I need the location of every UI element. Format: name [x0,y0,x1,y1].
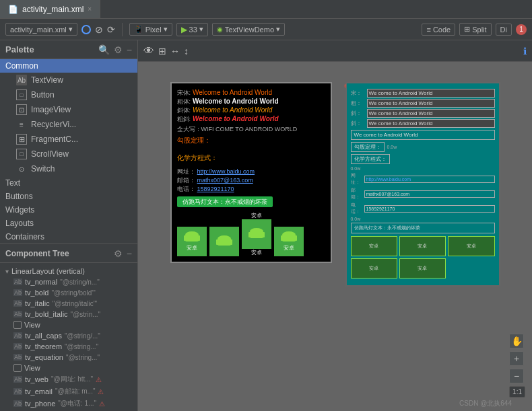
teal-gougu-label: 勾股定理： [351,142,385,152]
palette-item-fragmentcontainer[interactable]: ⊞ FragmentC... [0,132,137,147]
api-dropdown[interactable]: ▶ 33 ▾ [176,23,208,36]
api-chevron-icon: ▾ [199,25,203,34]
svg-rect-3 [198,235,200,241]
palette-category-widgets-label: Widgets [5,205,34,215]
api-label: 33 [189,26,197,34]
tree-item-tv-bold-italic[interactable]: Ab tv_bold_italic "@strin..." [0,309,137,320]
imageview-icon: ⊡ [16,104,27,115]
teal-android-label-3: 安卓 [467,243,476,250]
tab-activity-main[interactable]: 📄 activity_main.xml × [0,0,100,18]
button-icon: □ [16,89,27,100]
palette-item-button[interactable]: □ Button [0,87,137,102]
palette-items-common: Ab TextView □ Button ⊡ ImageView ≡ Recyc… [0,73,137,176]
tv-bold-italic-ref: "@strin..." [71,311,100,318]
palette-settings-icon[interactable]: ⚙ [114,44,123,55]
file-dropdown[interactable]: activity_main.xml ▾ [5,23,77,36]
tv-phone-ab-icon: Ab [13,400,22,407]
palette-category-text[interactable]: Text [0,176,137,190]
zoom-ratio-label: 1:1 [509,386,525,398]
palette-category-common[interactable]: Common [0,59,137,73]
preview-marquee-btn: 仿跑马灯文本：永不戒烟的坏茶 [177,196,273,207]
tree-item-tv-all-caps[interactable]: Ab tv_all_caps "@string/..." [0,330,137,341]
tv-web-error-icon: ⚠ [96,376,102,383]
palette-item-switch[interactable]: ⊙ Switch [0,161,137,176]
teal-android-4: 安卓 [351,258,397,278]
tree-items: ▾ LinearLayout (vertical) Ab tv_normal "… [0,263,137,411]
tv-email-error-icon: ⚠ [98,388,104,396]
device-dropdown[interactable]: 📱 Pixel ▾ [129,23,172,36]
tv-phone-ref: "@电话: 1..." [58,399,96,408]
svg-rect-10 [248,232,251,237]
tree-item-tv-equation[interactable]: Ab tv_equation "@string..." [0,352,137,363]
label-email: 邮箱： [177,176,195,185]
csdn-watermark: CSDN @北执644 [459,399,512,408]
tree-item-view1[interactable]: View [0,320,137,330]
teal-android-label-1: 安卓 [369,243,378,250]
preview-row-normal: 宋体: Welcome to Android World [177,89,325,98]
horizontal-icon[interactable]: ↔ [170,46,180,57]
tv-bold-label: tv_bold [25,289,48,297]
tree-settings-icon[interactable]: ⚙ [114,248,123,259]
palette-category-buttons[interactable]: Buttons [0,190,137,203]
app-dropdown[interactable]: ◉ TextViewDemo ▾ [212,23,285,36]
palette-item-scrollview[interactable]: □ ScrollView [0,147,137,161]
canvas-content: 📍 📍 宋体: Welcome to Android World 粗体: Wel… [138,62,532,411]
teal-content: 宋： We come to Android World 粗： We come t… [347,83,499,285]
teal-android-label-5: 安卓 [418,265,427,272]
tree-title: Component Tree [5,249,110,258]
component-tree: Component Tree ⚙ − ▾ LinearLayout (verti… [0,244,137,411]
palette-item-recyclerview[interactable]: ≡ RecyclerVi... [0,117,137,132]
tree-item-tv-email[interactable]: Ab tv_email "@邮箱: m..." ⚠ [0,385,137,398]
teal-input-field[interactable]: We come to Android World [351,130,495,140]
layout-icon[interactable]: ⊞ [158,46,166,57]
palette-item-button-label: Button [31,90,55,100]
svg-rect-13 [282,235,296,241]
file-chevron-icon: ▾ [69,25,73,34]
teal-phone-label: 电话： [351,202,363,215]
android-label-3-bottom: 安卓 [251,249,262,256]
tree-item-view2[interactable]: View [0,363,137,373]
zoom-in-btn[interactable]: + [509,351,524,366]
tree-item-tv-web[interactable]: Ab tv_web "@网址: htt..." ⚠ [0,373,137,385]
preview-gougu: 勾股定理： [177,136,325,145]
split-btn[interactable]: ⊞ Split [459,23,491,36]
tree-collapse-icon[interactable]: − [127,248,132,259]
tab-close-btn[interactable]: × [88,5,92,13]
tv-normal-ref: "@string/n..." [60,278,99,286]
vertical-icon[interactable]: ↕ [184,46,189,57]
eye-icon[interactable]: 👁 [143,45,154,57]
palette-collapse-icon[interactable]: − [127,44,132,55]
teal-row-3: 斜： We come to Android World [351,109,495,118]
di-btn[interactable]: Di [496,24,512,36]
palette-search-icon[interactable]: 🔍 [98,44,110,55]
code-btn[interactable]: ≡ Code [422,24,455,36]
refresh-icon[interactable]: ⟳ [107,24,115,35]
error-badge[interactable]: 1 [516,24,527,35]
tv-italic-ref: "@string/italic'" [53,300,97,307]
hand-tool-btn[interactable]: ✋ [509,334,524,348]
palette-item-imageview[interactable]: ⊡ ImageView [0,102,137,117]
teal-chemistry-label: 化学方程式： [351,154,390,164]
palette-category-widgets[interactable]: Widgets [0,203,137,217]
palette-item-textview[interactable]: Ab TextView [0,73,137,87]
android-icon-2 [209,227,239,256]
tree-item-linearlayout[interactable]: ▾ LinearLayout (vertical) [0,266,137,276]
palette-category-containers[interactable]: Containers [0,230,137,244]
palette-category-layouts[interactable]: Layouts [0,217,137,230]
tree-item-tv-normal[interactable]: Ab tv_normal "@string/n..." [0,276,137,287]
tab-label: activity_main.xml [22,5,84,14]
tree-item-tv-theorem[interactable]: Ab tv_theorem "@string..." [0,341,137,352]
design-icon[interactable] [81,25,91,34]
zoom-out-btn[interactable]: − [509,369,524,383]
preview-row-bold: 粗体: Welcome to Android World [177,98,325,106]
code-lines-icon: ≡ [426,26,430,34]
tree-item-tv-bold[interactable]: Ab tv_bold "@string/bold'" [0,287,137,298]
label-web: 网址： [177,167,195,176]
tree-item-tv-italic[interactable]: Ab tv_italic "@string/italic'" [0,298,137,309]
no-design-icon[interactable]: ⊘ [95,24,103,35]
android-label-4: 安卓 [284,244,294,252]
palette-category-buttons-label: Buttons [5,192,33,201]
tree-item-tv-phone[interactable]: Ab tv_phone "@电话: 1..." ⚠ [0,398,137,410]
teal-text-1: We come to Android World [367,89,495,98]
preview-row-bold-italic: 粗斜: Welcome to Android World [177,115,325,124]
